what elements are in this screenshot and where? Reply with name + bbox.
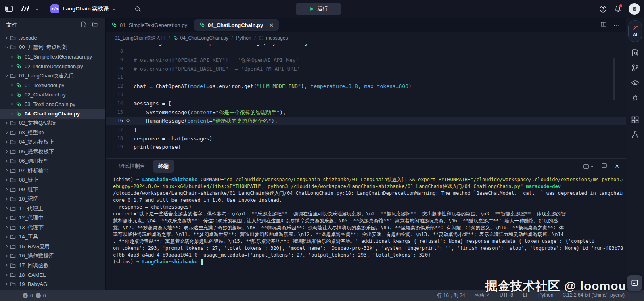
chevron-right-icon[interactable] <box>3 168 10 173</box>
code-line-15[interactable]: 15 SystemMessage(content="你是一个很棒的智能助手"), <box>106 108 626 117</box>
close-panel-icon[interactable]: ✕ <box>615 163 619 169</box>
extensions-icon[interactable] <box>631 116 639 124</box>
help-icon[interactable] <box>599 5 607 13</box>
split-editor-icon[interactable] <box>600 21 607 29</box>
tree-item-03_TextLangChain.py[interactable]: 03_TextLangChain.py <box>0 100 105 109</box>
search-icon[interactable] <box>134 6 141 13</box>
run-button[interactable]: 运行 <box>296 3 341 15</box>
ai-assistant-button[interactable]: AI <box>628 20 642 42</box>
more-actions-icon[interactable]: ⋯ <box>613 21 620 29</box>
cursor-position[interactable]: 行 16，列 34 <box>437 292 465 299</box>
tree-item-15_RAG应用[interactable]: 15_RAG应用 <box>0 242 105 251</box>
chevron-down-icon[interactable] <box>3 45 10 50</box>
tree-item-02_PictureDescription.py[interactable]: 02_PictureDescription.py <box>0 62 105 71</box>
chevron-right-icon[interactable] <box>3 216 10 220</box>
chevron-right-icon[interactable] <box>3 244 10 249</box>
tree-item-09_链下[interactable]: 09_链下 <box>0 185 105 194</box>
chevron-right-icon[interactable] <box>3 263 10 268</box>
workspace-chevron-icon[interactable] <box>35 7 39 11</box>
tree-item-04_ChatLongChain.py[interactable]: 04_ChatLongChain.py <box>0 109 105 119</box>
tree-item-12_代理中[interactable]: 12_代理中 <box>0 213 105 223</box>
marscode-logo[interactable] <box>20 5 31 13</box>
chevron-right-icon[interactable] <box>3 206 10 211</box>
sidebar-toggle-icon[interactable] <box>5 5 13 13</box>
chevron-right-icon[interactable] <box>3 140 10 144</box>
notifications-icon[interactable] <box>614 5 621 13</box>
new-folder-icon[interactable] <box>92 21 98 29</box>
chevron-right-icon[interactable] <box>3 36 10 40</box>
chevron-down-icon[interactable] <box>3 73 10 78</box>
tree-item-17_回调函数[interactable]: 17_回调函数 <box>0 261 105 270</box>
tree-item-.vscode[interactable]: .vscode <box>0 33 105 43</box>
tree-item-07_解析输出[interactable]: 07_解析输出 <box>0 166 105 176</box>
tree-item-02_文档QA系统[interactable]: 02_文档QA系统 <box>0 119 105 128</box>
code-line-14[interactable]: 14messages = [ <box>106 99 626 108</box>
code-line-18[interactable]: 18response = chat(messages) <box>106 134 626 143</box>
new-file-icon[interactable] <box>80 21 86 29</box>
terminal-output[interactable]: ●(shims) ➜ LangChain-shizhanke COMMAND="… <box>106 174 626 290</box>
tree-item-16_操作数据库[interactable]: 16_操作数据库 <box>0 251 105 261</box>
search-in-files-icon[interactable] <box>631 49 639 57</box>
chevron-right-icon[interactable] <box>3 159 10 163</box>
code-line-7[interactable]: 7from langchain.schema import HumanMessa… <box>106 44 626 47</box>
breadcrumb-language[interactable]: Python <box>236 35 251 41</box>
code-line-17[interactable]: 17] <box>106 125 626 134</box>
breadcrumb-file[interactable]: 04_ChatLongChain.py <box>173 35 228 41</box>
code-line-13[interactable]: 13 <box>106 91 626 100</box>
chevron-right-icon[interactable] <box>3 273 10 277</box>
tree-item-11_代理上[interactable]: 11_代理上 <box>0 204 105 213</box>
tree-item-01_SimpleTextGeneration.py[interactable]: 01_SimpleTextGeneration.py <box>0 52 105 62</box>
debug-bug-icon[interactable] <box>631 94 639 102</box>
code-editor[interactable]: 7from langchain.schema import HumanMessa… <box>106 44 626 158</box>
code-line-10[interactable]: 10# os.environ["OPENAI_BASE_URL"] = 'Ope… <box>106 65 626 73</box>
tree-item-18_CAMEL[interactable]: 18_CAMEL <box>0 270 105 280</box>
chevron-right-icon[interactable] <box>3 121 10 125</box>
tree-item-05_提示模板下[interactable]: 05_提示模板下 <box>0 147 105 157</box>
tab-debug-console[interactable]: 调试控制台 <box>114 160 151 173</box>
close-tab-icon[interactable]: ✕ <box>269 23 274 28</box>
tab-04-chatlongchain[interactable]: 04_ChatLongChain.py ✕ <box>194 19 279 31</box>
tree-item-01_LangChain快速入门[interactable]: 01_LangChain快速入门 <box>0 71 105 81</box>
tree-item-13_代理下[interactable]: 13_代理下 <box>0 223 105 232</box>
code-line-19[interactable]: 19print(response) <box>106 143 626 152</box>
code-line-8[interactable]: 8 <box>106 47 626 56</box>
chevron-right-icon[interactable] <box>3 149 10 154</box>
tree-item-00_开篇词_奇点时刻[interactable]: 00_开篇词_奇点时刻 <box>0 43 105 52</box>
preview-eye-icon[interactable] <box>631 79 639 87</box>
test-flask-icon[interactable] <box>631 131 639 139</box>
tree-item-19_BabyAGI[interactable]: 19_BabyAGI <box>0 280 105 289</box>
code-line-16[interactable]: 16 HumanMessage(content="请给我的桌游店起个名"), <box>106 117 626 125</box>
breadcrumb-folder[interactable]: 01_LangChain快速入门 <box>115 35 165 42</box>
chevron-right-icon[interactable] <box>3 187 10 192</box>
breadcrumb-symbol[interactable]: messages <box>259 35 288 41</box>
tree-item-08_链上[interactable]: 08_链上 <box>0 176 105 185</box>
chevron-right-icon[interactable] <box>3 130 10 135</box>
project-switcher[interactable]: </> LangChain 实战课 <box>50 4 116 13</box>
avatar[interactable] <box>629 3 640 15</box>
problems-indicator[interactable]: ✕ 0 ! 0 <box>23 293 46 299</box>
chevron-right-icon[interactable] <box>3 197 10 201</box>
maximize-panel-icon[interactable] <box>601 163 607 170</box>
code-line-11[interactable]: 11 <box>106 73 626 82</box>
code-line-9[interactable]: 9# os.environ["OPENAI_API_KEY"] = '你的Ope… <box>106 56 626 65</box>
tree-item-04_提示模板上[interactable]: 04_提示模板上 <box>0 138 105 147</box>
tree-item-10_记忆[interactable]: 10_记忆 <box>0 194 105 204</box>
chevron-right-icon[interactable] <box>3 178 10 182</box>
chevron-right-icon[interactable] <box>3 235 10 239</box>
panel-toggle-float-button[interactable] <box>627 275 642 291</box>
source-control-icon[interactable] <box>631 64 639 72</box>
file-tree[interactable]: .vscode00_开篇词_奇点时刻01_SimpleTextGeneratio… <box>0 32 105 290</box>
tree-item-14_工具[interactable]: 14_工具 <box>0 232 105 242</box>
scroll-up-indicator[interactable]: ⌃ <box>619 180 623 185</box>
tab-terminal[interactable]: 终端 <box>153 160 174 173</box>
tab-01-simpletextgeneration[interactable]: 01_SimpleTextGeneration.py <box>106 18 193 32</box>
editor-scrollbar[interactable] <box>613 58 615 100</box>
split-terminal-icon[interactable] <box>583 163 594 169</box>
tree-item-06_调用模型[interactable]: 06_调用模型 <box>0 157 105 166</box>
chevron-right-icon[interactable] <box>3 254 10 258</box>
tree-item-01_TextModel.py[interactable]: 01_TextModel.py <box>0 81 105 90</box>
tree-item-02_ChatModel.py[interactable]: 02_ChatModel.py <box>0 90 105 100</box>
tree-item-03_模型IO[interactable]: 03_模型IO <box>0 128 105 138</box>
chevron-right-icon[interactable] <box>3 282 10 286</box>
code-line-12[interactable]: 12chat = ChatOpenAI(model=os.environ.get… <box>106 82 626 91</box>
